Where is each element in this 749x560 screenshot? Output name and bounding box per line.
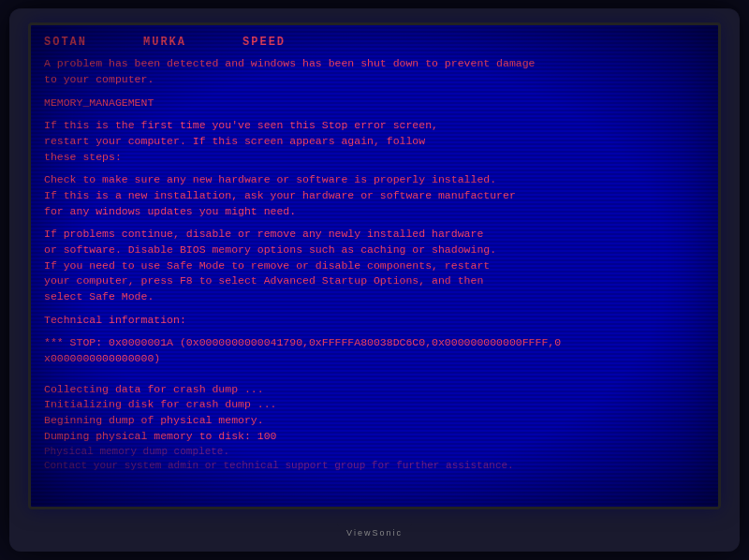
label-murka: MURKA	[143, 35, 186, 51]
technical-info-label: Technical information:	[44, 313, 705, 329]
bsod-content: SOTAN MURKA SPEED A problem has been det…	[31, 25, 718, 507]
monitor-outer: SOTAN MURKA SPEED A problem has been det…	[9, 8, 740, 552]
check-hardware-1: Check to make sure any new hardware or s…	[44, 172, 705, 188]
phys-complete: Physical memory dump complete.	[44, 445, 705, 460]
monitor-stand	[337, 511, 412, 526]
first-time-3: these steps:	[44, 150, 705, 166]
label-sotan: SOTAN	[44, 35, 87, 51]
monitor-brand: ViewSonic	[346, 528, 403, 538]
collecting-data: Collecting data for crash dump ...	[44, 382, 705, 398]
problems-continue-3: If you need to use Safe Mode to remove o…	[44, 258, 705, 274]
beginning-dump: Beginning dump of physical memory.	[44, 413, 705, 429]
problems-continue-4: your computer, press F8 to select Advanc…	[44, 273, 705, 289]
check-hardware-2: If this is a new installation, ask your …	[44, 188, 705, 204]
line-problem: A problem has been detected and windows …	[44, 56, 705, 72]
problems-continue-5: select Safe Mode.	[44, 289, 705, 305]
check-hardware-3: for any windows updates you might need.	[44, 204, 705, 220]
dumping-memory: Dumping physical memory to disk: 100	[44, 429, 705, 445]
stop-code-1: *** STOP: 0x0000001A (0x0000000000041790…	[44, 335, 705, 351]
stop-code-2: x0000000000000000)	[44, 351, 705, 367]
first-time-1: If this is the first time you've seen th…	[44, 118, 705, 134]
line-problem-b: to your computer.	[44, 72, 705, 88]
contact-support: Contact your system admin or technical s…	[44, 459, 705, 474]
first-time-2: restart your computer. If this screen ap…	[44, 134, 705, 150]
label-speed: SPEED	[242, 35, 286, 51]
init-disk: Initializing disk for crash dump ...	[44, 397, 705, 413]
problems-continue-1: If problems continue, disable or remove …	[44, 227, 705, 243]
error-code: MEMORY_MANAGEMENT	[44, 96, 705, 111]
problems-continue-2: or software. Disable BIOS memory options…	[44, 243, 705, 258]
top-bar: SOTAN MURKA SPEED	[44, 35, 705, 51]
monitor-screen: SOTAN MURKA SPEED A problem has been det…	[28, 22, 721, 509]
